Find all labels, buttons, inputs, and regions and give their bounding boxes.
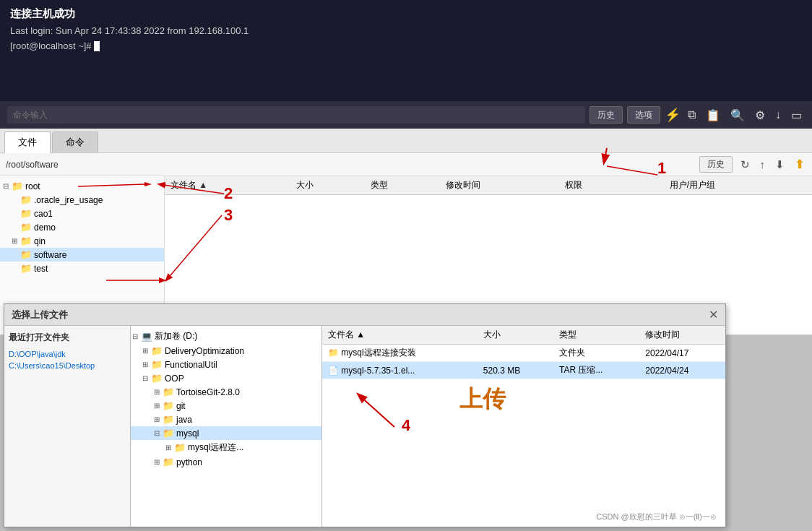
dialog-title-bar: 选择上传文件 ✕: [4, 304, 725, 326]
dtree-item-git[interactable]: ⊞ 📁 git: [131, 399, 321, 413]
tree-label-qin: qin: [34, 236, 46, 246]
dcol-filename[interactable]: 文件名 ▲: [322, 326, 478, 345]
history-button[interactable]: 历史: [589, 106, 623, 124]
folder-icon-demo: 📁: [20, 222, 32, 233]
dtree-label-delivery: DeliveryOptimization: [165, 346, 244, 356]
tree-label-cao1: cao1: [34, 209, 53, 219]
terminal-line-1: Last login: Sun Apr 24 17:43:38 2022 fro…: [10, 24, 802, 39]
recent-title: 最近打开文件夹: [9, 332, 126, 344]
dtree-item-java[interactable]: ⊞ 📁 java: [131, 413, 321, 426]
terminal-title: 连接主机成功: [10, 7, 802, 21]
folder-icon-cao1: 📁: [20, 208, 32, 219]
dtree-label-d: 新加卷 (D:): [155, 330, 197, 342]
tree-label-oracle: .oracle_jre_usage: [34, 195, 103, 205]
dcol-date[interactable]: 修改时间: [639, 326, 725, 345]
dtree-label-tortoise: TortoiseGit-2.8.0: [176, 387, 240, 397]
col-user[interactable]: 用户/用户组: [664, 176, 812, 195]
expand-icon-qin: ⊞: [12, 237, 19, 245]
options-button[interactable]: 选项: [627, 106, 660, 124]
svg-text:4: 4: [402, 416, 411, 434]
up-icon[interactable]: ↑: [758, 157, 768, 171]
col-perms[interactable]: 权限: [559, 176, 634, 195]
tree-item-root[interactable]: ⊟ 📁 root: [0, 179, 164, 193]
dtree-item-oop[interactable]: ⊟ 📁 OOP: [131, 371, 321, 385]
tree-item-oracle[interactable]: 📁 .oracle_jre_usage: [0, 193, 164, 207]
download-icon[interactable]: ↓: [772, 107, 784, 123]
upload-icon[interactable]: ⬆: [792, 157, 806, 172]
recent-item-jdk[interactable]: D:\OOP\java\jdk: [9, 348, 126, 360]
dtree-item-func[interactable]: ⊞ 📁 FunctionalUtil: [131, 358, 321, 371]
dtree-item-python[interactable]: ⊞ 📁 python: [131, 455, 321, 469]
col-size[interactable]: 大小: [290, 176, 365, 195]
dcol-size[interactable]: 大小: [478, 326, 553, 345]
dtree-item-delivery[interactable]: ⊞ 📁 DeliveryOptimization: [131, 344, 321, 358]
col-type[interactable]: 类型: [365, 176, 439, 195]
tree-item-cao1[interactable]: 📁 cao1: [0, 207, 164, 220]
folder-icon-qin: 📁: [20, 236, 32, 246]
download2-icon[interactable]: ⬇: [773, 157, 787, 172]
tab-files[interactable]: 文件: [4, 131, 51, 153]
folder-icon-root: 📁: [12, 181, 23, 191]
dtree-label-mysql: mysql: [176, 428, 199, 439]
dialog-close-button[interactable]: ✕: [709, 308, 718, 321]
dialog-body: 最近打开文件夹 D:\OOP\java\jdk C:\Users\cao15\D…: [4, 326, 725, 527]
dtree-label-mysqlremote: mysql远程连...: [188, 441, 243, 454]
svg-line-11: [358, 394, 394, 427]
dcol-type[interactable]: 类型: [553, 326, 639, 345]
dtree-label-java: java: [176, 415, 192, 425]
col-empty: [634, 176, 663, 195]
tab-commands[interactable]: 命令: [52, 131, 98, 152]
tree-item-demo[interactable]: 📁 demo: [0, 220, 164, 234]
dtree-item-d[interactable]: ⊟ 💻 新加卷 (D:): [131, 329, 321, 344]
expand-icon-root: ⊟: [3, 182, 10, 190]
settings-icon[interactable]: ⚙: [752, 107, 768, 124]
dialog-tree: ⊟ 💻 新加卷 (D:) ⊞ 📁 DeliveryOptimization ⊞ …: [131, 326, 322, 527]
terminal-cursor: [94, 41, 100, 51]
tree-item-software[interactable]: 📁 software: [0, 248, 164, 262]
command-bar: 历史 选项 ⚡ ⧉ 📋 🔍 ⚙ ↓ ▭: [0, 101, 812, 129]
path-history-button[interactable]: 历史: [699, 156, 733, 173]
upload-dialog: 选择上传文件 ✕ 最近打开文件夹 D:\OOP\java\jdk C:\User…: [4, 303, 726, 527]
command-input[interactable]: [7, 106, 585, 124]
tree-item-qin[interactable]: ⊞ 📁 qin: [0, 234, 164, 248]
tree-label-test: test: [34, 264, 48, 274]
terminal-area: 连接主机成功 Last login: Sun Apr 24 17:43:38 2…: [0, 0, 812, 101]
file-table: 文件名 ▲ 大小 类型 修改时间 权限 用户/用户组: [165, 176, 812, 195]
file-icon[interactable]: 📋: [703, 107, 723, 124]
dtree-label-python: python: [176, 457, 202, 467]
dialog-file-table: 文件名 ▲ 大小 类型 修改时间 📁 mysql远程连接安装 文件夹: [322, 326, 725, 379]
col-date[interactable]: 修改时间: [440, 176, 559, 195]
refresh-icon[interactable]: ↻: [738, 157, 752, 172]
window-icon[interactable]: ▭: [788, 107, 805, 124]
folder-icon-test: 📁: [20, 263, 32, 274]
dialog-files: 文件名 ▲ 大小 类型 修改时间 📁 mysql远程连接安装 文件夹: [322, 326, 725, 527]
copy-icon[interactable]: ⧉: [685, 107, 699, 123]
recent-panel: 最近打开文件夹 D:\OOP\java\jdk C:\Users\cao15\D…: [4, 326, 131, 527]
terminal-line-2: [root@localhost ~]#: [10, 39, 802, 54]
dfile-row-mysql-tar[interactable]: 📄 mysql-5.7.35-1.el... 520.3 MB TAR 压缩..…: [322, 362, 725, 379]
tabs-bar: 文件 命令: [0, 129, 812, 153]
tree-label-demo: demo: [34, 223, 56, 233]
upload-label: 上传: [459, 384, 506, 415]
recent-item-desktop[interactable]: C:\Users\cao15\Desktop: [9, 360, 126, 371]
dtree-item-tortoise[interactable]: ⊞ 📁 TortoiseGit-2.8.0: [131, 385, 321, 399]
tree-label-root: root: [25, 181, 40, 191]
lightning-icon: ⚡: [665, 107, 681, 123]
dfile-row-mysqlinstall[interactable]: 📁 mysql远程连接安装 文件夹 2022/04/17: [322, 345, 725, 362]
col-filename[interactable]: 文件名 ▲: [165, 176, 290, 195]
dtree-item-mysql[interactable]: ⊟ 📁 mysql: [131, 426, 321, 440]
dtree-label-oop: OOP: [165, 374, 184, 384]
dialog-title: 选择上传文件: [12, 308, 68, 321]
dtree-item-mysqlremote[interactable]: ⊞ 📁 mysql远程连...: [131, 440, 321, 455]
dtree-label-git: git: [176, 401, 186, 411]
path-bar: /root/software 历史 ↻ ↑ ⬇ ⬆: [0, 153, 812, 176]
current-path: /root/software: [6, 160, 694, 170]
dtree-label-func: FunctionalUtil: [165, 360, 217, 370]
watermark: CSDN @欣慰的三叶草 ⊙一(Ⅱ)一⊙: [596, 511, 717, 522]
folder-icon-oracle: 📁: [20, 194, 32, 205]
tree-item-test[interactable]: 📁 test: [0, 262, 164, 275]
search-icon[interactable]: 🔍: [727, 107, 748, 124]
folder-icon-software: 📁: [20, 249, 32, 260]
tree-label-software: software: [34, 250, 66, 260]
